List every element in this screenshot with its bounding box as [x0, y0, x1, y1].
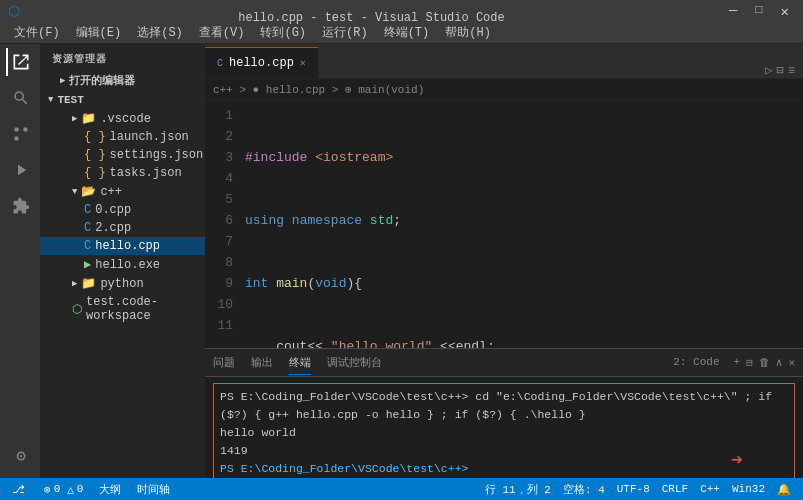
warnings-icon: △ [67, 483, 74, 496]
panel-tabs: 问题 输出 终端 调试控制台 2: Code + ⊟ 🗑 ∧ ✕ [205, 349, 803, 377]
feedback-icon[interactable]: 🔔 [773, 482, 795, 497]
errors-icon: ⊗ [44, 483, 51, 496]
split-terminal-btn[interactable]: ⊟ [746, 356, 753, 369]
line-col-item[interactable]: 行 11，列 2 [481, 482, 555, 497]
panel-area: 问题 输出 终端 调试控制台 2: Code + ⊟ 🗑 ∧ ✕ PS E:\C… [205, 348, 803, 478]
file-0cpp-item[interactable]: C 0.cpp [40, 201, 205, 219]
menu-selection[interactable]: 选择(S) [131, 22, 189, 43]
tab-toolbar: ▷ ⊟ ≡ [765, 63, 803, 78]
svg-point-1 [23, 127, 28, 132]
errors-item[interactable]: ⊗ 0 △ 0 [40, 483, 87, 496]
panel-tab-terminal[interactable]: 终端 [289, 351, 311, 375]
workspace-file[interactable]: ⬡ test.code-workspace [40, 293, 205, 325]
status-right: 行 11，列 2 空格: 4 UTF-8 CRLF C++ Win32 🔔 [481, 482, 795, 497]
file-hellocpp-item[interactable]: C hello.cpp [40, 237, 205, 255]
menu-goto[interactable]: 转到(G) [254, 22, 312, 43]
timeline-item[interactable]: 时间轴 [133, 482, 174, 497]
panel-tab-output[interactable]: 输出 [251, 351, 273, 374]
open-editors-header[interactable]: ▶ 打开的编辑器 [40, 70, 205, 91]
arrow-down-icon: ▼ [48, 95, 53, 105]
outline-item[interactable]: 大纲 [95, 482, 125, 497]
arch-item[interactable]: Win32 [728, 482, 769, 497]
svg-point-0 [14, 136, 19, 141]
tab-close-btn[interactable]: ✕ [300, 57, 306, 69]
encoding-item[interactable]: UTF-8 [613, 482, 654, 497]
vscode-folder[interactable]: ▶ 📁 .vscode [40, 109, 205, 128]
code-content[interactable]: #include <iostream> using namespace std;… [245, 105, 803, 344]
tasks-json-item[interactable]: { } tasks.json [40, 164, 205, 182]
breadcrumb: c++ > ● hello.cpp > ⊕ main(void) [205, 79, 803, 101]
warnings-count: 0 [77, 483, 84, 495]
cpp-label: c++ [100, 185, 122, 199]
tasks-json-label: tasks.json [110, 166, 182, 180]
settings-json-label: settings.json [110, 148, 204, 162]
menu-terminal[interactable]: 终端(T) [378, 22, 436, 43]
menu-help[interactable]: 帮助(H) [439, 22, 497, 43]
file-2cpp-item[interactable]: C 2.cpp [40, 219, 205, 237]
panel-tab-problems[interactable]: 问题 [213, 351, 235, 374]
explorer-icon[interactable] [6, 48, 34, 76]
titlebar: ⬡ hello.cpp - test - Visual Studio Code … [0, 0, 803, 22]
tab-bar: C hello.cpp ✕ ▷ ⊟ ≡ [205, 44, 803, 79]
folder2-icon: 📂 [81, 184, 96, 199]
settings-json-item[interactable]: { } settings.json [40, 146, 205, 164]
menubar: 文件(F) 编辑(E) 选择(S) 查看(V) 转到(G) 运行(R) 终端(T… [0, 22, 803, 44]
terminal-label: 2: Code [673, 356, 719, 369]
menu-view[interactable]: 查看(V) [193, 22, 251, 43]
main-area: ⚙ 资源管理器 ▶ 打开的编辑器 ▼ TEST ▶ 📁 .vscode { } … [0, 44, 803, 478]
settings-icon[interactable]: ⚙ [6, 442, 34, 470]
titlebar-menu: ⬡ [8, 3, 20, 20]
activity-bar: ⚙ [0, 44, 40, 478]
menu-file[interactable]: 文件(F) [8, 22, 66, 43]
python-folder[interactable]: ▶ 📁 python [40, 274, 205, 293]
terminal-highlighted-block: PS E:\Coding_Folder\VSCode\test\c++> cd … [213, 383, 795, 478]
cpp-folder[interactable]: ▼ 📂 c++ [40, 182, 205, 201]
editor-area: C hello.cpp ✕ ▷ ⊟ ≡ c++ > ● hello.cpp > … [205, 44, 803, 478]
git-branch-item[interactable]: ⎇ [8, 483, 32, 496]
red-arrow-indicator: ➔ [731, 452, 743, 470]
menu-run[interactable]: 运行(R) [316, 22, 374, 43]
debug-icon[interactable] [6, 156, 34, 184]
folder3-icon: 📁 [81, 276, 96, 291]
folder-icon: 📁 [81, 111, 96, 126]
close-panel-btn[interactable]: ✕ [788, 356, 795, 369]
activity-bar-bottom: ⚙ [6, 442, 34, 478]
terminal-output-hello: hello world [220, 424, 788, 442]
terminal-content[interactable]: PS E:\Coding_Folder\VSCode\test\c++> cd … [205, 377, 803, 478]
add-terminal-btn[interactable]: + [734, 356, 741, 369]
more-actions-icon[interactable]: ≡ [788, 64, 795, 78]
launch-json-item[interactable]: { } launch.json [40, 128, 205, 146]
extensions-icon[interactable] [6, 192, 34, 220]
timeline-label: 时间轴 [137, 482, 170, 497]
errors-count: 0 [54, 483, 61, 495]
breadcrumb-text: c++ > ● hello.cpp > ⊕ main(void) [213, 83, 424, 96]
app-icon: ⬡ [8, 3, 20, 20]
file-0cpp-label: 0.cpp [95, 203, 131, 217]
test-root-header[interactable]: ▼ TEST [40, 91, 205, 109]
kill-terminal-btn[interactable]: 🗑 [759, 356, 770, 369]
close-btn[interactable]: ✕ [775, 3, 795, 20]
run-icon[interactable]: ▷ [765, 63, 772, 78]
minimize-btn[interactable]: ─ [723, 3, 743, 20]
panel-tab-debug[interactable]: 调试控制台 [327, 351, 382, 374]
tab-label: hello.cpp [229, 56, 294, 70]
git-icon[interactable] [6, 120, 34, 148]
cpp-file2-icon: C [84, 221, 91, 235]
maximize-btn[interactable]: □ [749, 3, 768, 20]
arrow3-icon: ▶ [72, 278, 77, 289]
menu-edit[interactable]: 编辑(E) [70, 22, 128, 43]
file-helloexe-item[interactable]: ▶ hello.exe [40, 255, 205, 274]
file-hellocpp-label: hello.cpp [95, 239, 160, 253]
search-icon[interactable] [6, 84, 34, 112]
arrow-icon: ▶ [72, 113, 77, 124]
tab-hellocpp[interactable]: C hello.cpp ✕ [205, 47, 319, 78]
split-editor-icon[interactable]: ⊟ [777, 63, 784, 78]
code-editor[interactable]: 12345 67891011 #include <iostream> using… [205, 101, 803, 348]
exe-file-icon: ▶ [84, 257, 91, 272]
spaces-item[interactable]: 空格: 4 [559, 482, 609, 497]
vscode-label: .vscode [100, 112, 150, 126]
tab-file-icon: C [217, 58, 223, 69]
line-ending-item[interactable]: CRLF [658, 482, 692, 497]
language-item[interactable]: C++ [696, 482, 724, 497]
maximize-panel-btn[interactable]: ∧ [776, 356, 783, 369]
